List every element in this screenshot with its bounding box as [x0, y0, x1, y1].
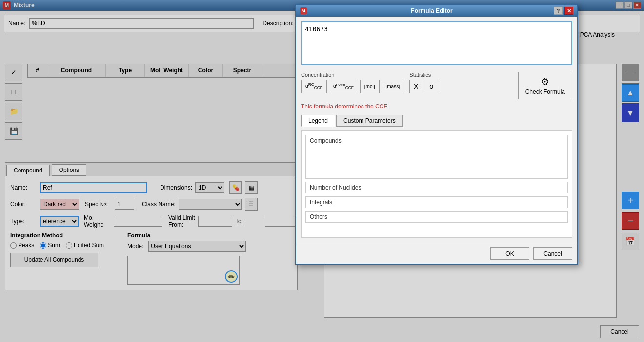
formula-editor-dialog: M Formula Editor ? ✕ 410673 Concentratio… — [295, 4, 578, 265]
dialog-body: 410673 Concentration αRCCCF αnormCCF [mo… — [296, 17, 577, 243]
conc-stats-row: Concentration αRCCCF αnormCCF [mol] [mas… — [301, 72, 572, 99]
concentration-label: Concentration — [301, 72, 404, 78]
dialog-tabs: Legend Custom Parameters — [301, 115, 572, 127]
statistics-label: Statistics — [409, 72, 513, 78]
legend-others-section: Others — [305, 211, 568, 223]
dialog-close-btn[interactable]: ✕ — [564, 7, 573, 15]
formula-input[interactable]: 410673 — [301, 21, 572, 65]
check-formula-label: Check Formula — [525, 88, 565, 95]
legend-panel: Compounds Number of Nuclides Integrals O… — [301, 130, 572, 238]
ok-btn[interactable]: OK — [490, 247, 529, 260]
statistics-section: Statistics X̄ σ — [409, 72, 513, 93]
legend-nuclides-label: Number of Nuclides — [310, 184, 564, 191]
dialog-app-icon: M — [300, 7, 307, 14]
alpha-rc-ccf-btn[interactable]: αRCCCF — [301, 80, 327, 93]
dialog-titlebar: M Formula Editor ? ✕ — [296, 5, 577, 17]
dialog-cancel-btn[interactable]: Cancel — [533, 247, 572, 260]
legend-others-label: Others — [310, 214, 564, 220]
legend-compounds-section: Compounds — [305, 135, 568, 179]
concentration-section: Concentration αRCCCF αnormCCF [mol] [mas… — [301, 72, 404, 93]
mol-btn[interactable]: [mol] — [360, 80, 380, 93]
ccf-text: This formula determines the CCF — [301, 103, 572, 110]
alpha-norm-ccf-btn[interactable]: αnormCCF — [329, 80, 358, 93]
legend-integrals-label: Integrals — [310, 199, 564, 206]
dialog-overlay: M Formula Editor ? ✕ 410673 Concentratio… — [0, 0, 644, 342]
statistics-buttons: X̄ σ — [409, 80, 513, 93]
legend-nuclides-section: Number of Nuclides — [305, 182, 568, 193]
legend-integrals-section: Integrals — [305, 196, 568, 208]
legend-compounds-label: Compounds — [310, 137, 564, 144]
tab-custom-params[interactable]: Custom Parameters — [336, 115, 403, 127]
dialog-footer: OK Cancel — [296, 243, 577, 264]
tab-legend[interactable]: Legend — [301, 115, 335, 127]
mass-btn[interactable]: [mass] — [382, 80, 404, 93]
concentration-buttons: αRCCCF αnormCCF [mol] [mass] — [301, 80, 404, 93]
dialog-help-btn[interactable]: ? — [554, 7, 563, 15]
mean-btn[interactable]: X̄ — [409, 80, 423, 93]
check-formula-btn[interactable]: ⚙ Check Formula — [518, 72, 572, 99]
dialog-title: Formula Editor — [310, 7, 554, 14]
gear-icon: ⚙ — [541, 76, 549, 87]
sigma-btn[interactable]: σ — [425, 80, 438, 93]
